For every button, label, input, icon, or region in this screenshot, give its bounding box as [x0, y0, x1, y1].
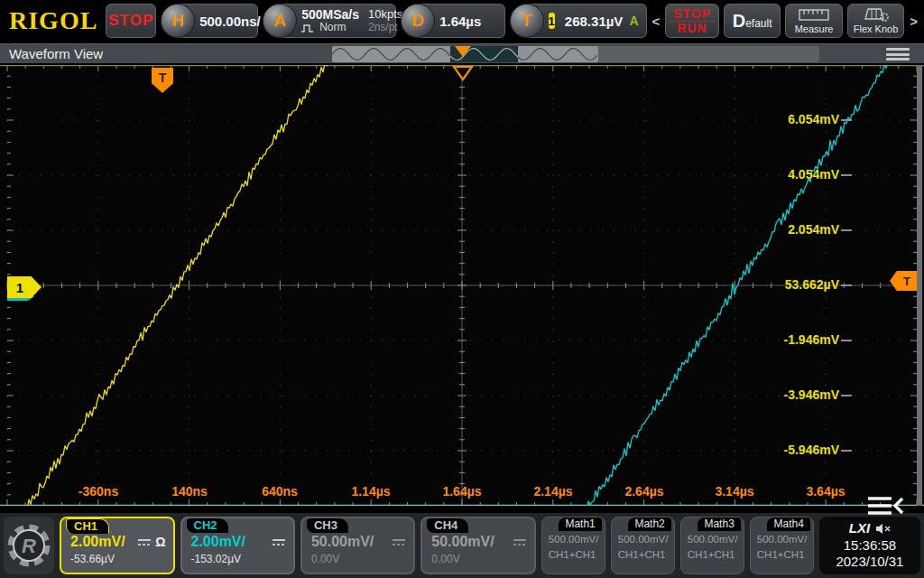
memory-depth: 10kpts	[368, 8, 402, 22]
bottom-channel-bar: R CH1 2.00mV/ Ω -53.66µV CH2 2.00mV/	[0, 513, 924, 578]
dc-coupling-icon	[137, 538, 152, 546]
horizontal-scale-value: 500.00ns/	[199, 14, 261, 29]
math4-scale: 500.00mV/	[757, 532, 809, 547]
t-axis-label: -360ns	[79, 484, 118, 499]
navigation-gear-button[interactable]: R	[4, 517, 54, 574]
ch1-offset: -53.66µV	[70, 553, 165, 565]
acquire-control[interactable]: A 500MSa/s Norm 10kpts 2ns/pt	[263, 4, 396, 38]
math1-tab: Math1	[559, 517, 601, 531]
math1-expression: CH1+CH1	[549, 547, 601, 563]
measure-button[interactable]: Measure	[785, 4, 842, 38]
flexknob-label: Flex Knob	[854, 23, 899, 34]
results-menu-icon[interactable]	[866, 495, 906, 517]
ch4-scale: 50.00mV/	[431, 534, 494, 550]
dc-coupling-icon	[272, 538, 286, 546]
knob-icon	[863, 7, 890, 22]
v-axis-label: 6.054mV	[713, 112, 839, 126]
delay-knob-icon[interactable]: D	[401, 4, 435, 38]
horizontal-knob-icon[interactable]: H	[161, 4, 195, 38]
rigol-logo: RIGOL	[5, 6, 101, 35]
ch1-impedance: Ω	[155, 535, 165, 549]
pulse-icon	[301, 23, 316, 33]
memory-depth-group: 10kpts 2ns/pt	[368, 8, 402, 34]
oscilloscope-screen: RIGOL STOP H 500.00ns/ A 500MSa/s Norm 1…	[0, 0, 924, 578]
run-stop-button[interactable]: STOP RUN	[665, 4, 719, 38]
math2-scale: 500.00mV/	[618, 532, 670, 547]
delay-value: 1.64µs	[439, 14, 481, 29]
math3-scale: 500.00mV/	[688, 532, 740, 547]
v-axis-label: -3.946mV	[713, 387, 839, 402]
horizontal-reference-marker[interactable]	[452, 65, 474, 81]
acquire-mode: Norm	[319, 22, 346, 33]
channel-block-ch4[interactable]: CH4 50.00mV/ 0.00V	[420, 517, 535, 574]
waveform-view-title: Waveform View	[9, 46, 103, 61]
speaker-muted-icon	[875, 523, 891, 535]
math3-expression: CH1+CH1	[688, 547, 740, 563]
v-axis-label: 53.662µV	[713, 277, 839, 292]
math4-expression: CH1+CH1	[757, 547, 809, 563]
math-block-3[interactable]: Math3 500.00mV/ CH1+CH1	[680, 517, 744, 574]
measure-label: Measure	[795, 23, 834, 34]
system-status-panel[interactable]: LXI 15:36:58 2023/10/31	[819, 517, 920, 574]
waveform-view-titlebar: Waveform View	[0, 43, 924, 63]
math-block-1[interactable]: Math1 500.00mV/ CH1+CH1	[541, 517, 605, 574]
trigger-sweep-mode: A	[629, 14, 638, 28]
channel-block-ch3[interactable]: CH3 50.00mV/ 0.00V	[300, 517, 415, 574]
t-axis-label: 3.64µs	[806, 484, 845, 499]
math2-expression: CH1+CH1	[618, 547, 670, 563]
dc-coupling-icon	[513, 538, 527, 546]
toolbar-scroll-right[interactable]: >	[909, 14, 919, 29]
ch4-tab: CH4	[427, 518, 468, 533]
t-axis-label: 1.64µs	[442, 484, 481, 499]
t-axis-label: 1.14µs	[351, 484, 390, 499]
status-text: STOP	[108, 12, 153, 30]
trigger-knob-icon[interactable]: T	[510, 4, 544, 38]
channel-block-ch2[interactable]: CH2 2.00mV/ -153.02µV	[180, 517, 295, 574]
ch3-offset: 0.00V	[311, 553, 406, 565]
timebase-preview-waveform	[332, 46, 819, 62]
view-menu-icon[interactable]	[886, 48, 910, 61]
t-axis-label: 3.14µs	[715, 484, 753, 499]
ch2-offset: -153.02µV	[191, 553, 286, 565]
run-stop-line1: STOP	[670, 7, 715, 22]
run-stop-line2: RUN	[677, 22, 707, 35]
default-button[interactable]: Default	[724, 4, 781, 38]
t-axis-label: 640ns	[262, 484, 298, 499]
rigol-gear-icon: R	[6, 521, 51, 570]
toolbar-scroll-left[interactable]: <	[651, 14, 661, 29]
ruler-icon	[799, 8, 829, 22]
math1-scale: 500.00mV/	[549, 532, 601, 547]
math4-tab: Math4	[767, 517, 809, 531]
ch2-scale: 2.00mV/	[191, 534, 245, 550]
ch1-scale: 2.00mV/	[70, 534, 125, 550]
svg-text:R: R	[22, 535, 36, 557]
math-block-4[interactable]: Math4 500.00mV/ CH1+CH1	[750, 517, 814, 574]
channel-block-ch1[interactable]: CH1 2.00mV/ Ω -53.66µV	[60, 517, 174, 574]
acquisition-status-badge: STOP	[106, 4, 156, 38]
horizontal-scale-control[interactable]: H 500.00ns/	[161, 4, 258, 38]
time-resolution: 2ns/pt	[368, 22, 398, 34]
horizontal-delay-control[interactable]: D 1.64µs	[401, 4, 504, 38]
trigger-control[interactable]: T 1 268.31µV A	[510, 4, 647, 38]
t-axis-label: 2.64µs	[624, 484, 663, 499]
math3-tab: Math3	[698, 517, 740, 531]
vertical-scrollbar[interactable]	[917, 65, 922, 506]
timebase-scrollbar[interactable]	[332, 46, 819, 62]
math-block-2[interactable]: Math2 500.00mV/ CH1+CH1	[611, 517, 675, 574]
dc-coupling-icon	[392, 538, 406, 546]
sample-rate: 500MSa/s	[301, 8, 359, 22]
math2-tab: Math2	[628, 517, 670, 531]
ch3-scale: 50.00mV/	[311, 534, 374, 550]
system-time: 15:36:58	[844, 537, 896, 555]
v-axis-label: 4.054mV	[713, 167, 839, 182]
trigger-level-value: 268.31µV	[565, 14, 624, 29]
v-axis-label: -1.946mV	[713, 332, 839, 347]
lxi-logo: LXI	[849, 520, 870, 537]
default-d: D	[733, 11, 745, 31]
flex-knob-button[interactable]: Flex Knob	[847, 4, 904, 38]
ch2-tab: CH2	[187, 518, 228, 533]
ch4-offset: 0.00V	[431, 553, 526, 565]
v-axis-label: 2.054mV	[713, 222, 839, 237]
system-date: 2023/10/31	[836, 554, 903, 571]
acquire-knob-icon[interactable]: A	[263, 4, 297, 38]
